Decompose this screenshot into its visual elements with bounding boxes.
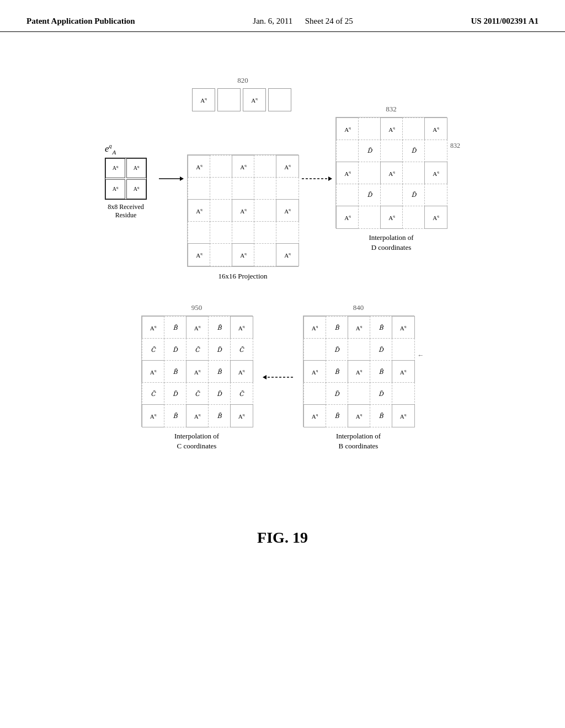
publication-title: Patent Application Publication <box>26 15 135 27</box>
pg-r2c4 <box>254 177 277 200</box>
pg-r1c1: Aq <box>188 155 211 178</box>
ref-950: 950 <box>191 303 202 312</box>
ref-832-side: 832 <box>450 142 460 150</box>
residue-cell: Aq <box>105 179 125 199</box>
proj-cell <box>268 88 291 111</box>
svg-marker-1 <box>180 176 184 181</box>
patent-number: US 2011/002391 A1 <box>471 15 539 27</box>
publication-date: Jan. 6, 2011 <box>253 17 292 25</box>
ref-820: 820 <box>237 76 248 85</box>
pg-r3c4 <box>254 199 277 222</box>
residue-bottom-label: 8x8 ReceivedResidue <box>108 203 144 220</box>
pg-r2c2 <box>210 177 233 200</box>
page-header: Patent Application Publication Jan. 6, 2… <box>0 0 565 32</box>
interp-b-section: 840 Aq B̃ Aq B̃ Aq D̃ D̃ Aq B̃ Aq B̃ Aq <box>303 303 414 451</box>
pg-r4c2 <box>210 221 233 244</box>
bottom-diagram-row: 950 Aq B̃ Aq B̃ Aq C̃ D̃ C̃ D̃ C̃ Aq B̃ … <box>26 303 539 451</box>
pg-r3c2 <box>210 199 233 222</box>
proj-cell: Aq <box>243 88 266 111</box>
interp-c-label: Interpolation ofC coordinates <box>174 431 219 451</box>
projection-label: 16x16 Projection <box>218 271 267 281</box>
pg-r3c1: Aq <box>188 199 211 222</box>
pg-r3c5: Aq <box>276 199 299 222</box>
interp-b-label: Interpolation ofB coordinates <box>336 431 381 451</box>
pg-r5c2 <box>210 243 233 266</box>
projection-grid-actual: Aq Aq Aq Aq Aq Aq <box>187 154 299 267</box>
projection-section: 820 Aq Aq placeholder Aq Aq Aq <box>187 76 299 281</box>
interp-c-section: 950 Aq B̃ Aq B̃ Aq C̃ D̃ C̃ D̃ C̃ Aq B̃ … <box>141 303 253 451</box>
pg-r1c2 <box>210 155 233 178</box>
sheet-number: Sheet 24 of 25 <box>305 17 353 25</box>
pg-r4c1 <box>188 221 211 244</box>
pg-r2c1 <box>188 177 211 200</box>
main-content: eqA Aq Aq Aq Aq 8x8 ReceivedResidue 820 … <box>0 32 565 547</box>
svg-marker-3 <box>328 176 332 181</box>
pg-r4c5 <box>276 221 299 244</box>
svg-marker-5 <box>263 375 266 379</box>
pg-r4c4 <box>254 221 277 244</box>
residue-grid: Aq Aq Aq Aq <box>105 158 147 200</box>
dashed-arrow-1 <box>299 174 335 184</box>
header-date-sheet: Jan. 6, 2011 Sheet 24 of 25 <box>253 15 353 27</box>
residue-cell: Aq <box>126 158 146 178</box>
pg-r2c3 <box>232 177 255 200</box>
proj-cell <box>217 88 241 111</box>
ref-840-side: ← <box>418 351 424 360</box>
arrow-to-projection <box>156 174 187 184</box>
interp-d-section: 832 Aq Aq Aq D̃ D̃ Aq Aq Aq <box>335 105 447 253</box>
ref-840: 840 <box>353 303 364 312</box>
proj-cell: Aq <box>192 88 215 111</box>
dashed-arrow-2 <box>259 372 296 382</box>
interp-b-grid: Aq B̃ Aq B̃ Aq D̃ D̃ Aq B̃ Aq B̃ Aq D̃ <box>303 315 414 427</box>
pg-r4c3 <box>232 221 255 244</box>
pg-r1c4 <box>254 155 277 178</box>
pg-r5c3: Aq <box>232 243 255 266</box>
pg-r5c1: Aq <box>188 243 211 266</box>
pg-r3c3: Aq <box>232 199 255 222</box>
top-diagram-row: eqA Aq Aq Aq Aq 8x8 ReceivedResidue 820 … <box>26 76 539 281</box>
pg-r5c5: Aq <box>276 243 299 266</box>
residue-label: eqA <box>105 143 116 155</box>
pg-r1c5: Aq <box>276 155 299 178</box>
residue-cell: Aq <box>126 179 146 199</box>
figure-caption: FIG. 19 <box>26 529 539 547</box>
ref-832: 832 <box>386 105 397 114</box>
residue-section: eqA Aq Aq Aq Aq 8x8 ReceivedResidue <box>105 143 147 220</box>
residue-cell: Aq <box>105 158 125 178</box>
pg-r2c5 <box>276 177 299 200</box>
interp-d-grid: Aq Aq Aq D̃ D̃ Aq Aq Aq D̃ <box>335 117 447 228</box>
interp-c-grid: Aq B̃ Aq B̃ Aq C̃ D̃ C̃ D̃ C̃ Aq B̃ Aq B… <box>141 315 253 427</box>
pg-r1c3: Aq <box>232 155 255 178</box>
interp-d-label: Interpolation ofD coordinates <box>369 233 413 253</box>
pg-r5c4 <box>254 243 277 266</box>
